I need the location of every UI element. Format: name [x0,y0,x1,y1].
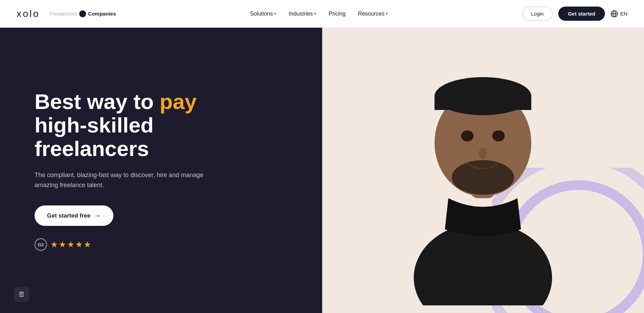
nav-resources[interactable]: Resources ▾ [358,11,388,17]
svg-point-10 [452,160,514,195]
svg-point-13 [479,148,487,159]
hero-accent-word: pay [160,90,197,113]
svg-point-11 [461,130,474,141]
globe-icon [610,10,618,18]
hero-heading: Best way to pay high-skilled freelancers [35,90,270,161]
language-button[interactable]: EN [610,10,627,18]
chevron-down-icon: ▾ [274,11,276,16]
svg-rect-9 [435,96,531,110]
g2-badge: G2 [35,238,47,251]
navbar: xolo Freelancers Companies Solutions ▾ I… [0,0,644,28]
nav-left: xolo Freelancers Companies [17,8,116,19]
hero-right [322,28,644,313]
nav-center: Solutions ▾ Industries ▾ Pricing Resourc… [250,11,388,17]
toggle-companies[interactable]: Companies [88,11,116,17]
chat-bubble-button[interactable]: ☰ [14,287,29,302]
nav-pricing[interactable]: Pricing [329,11,346,17]
toggle-freelancers[interactable]: Freelancers [49,11,77,17]
get-started-button[interactable]: Get started [558,7,605,21]
hero-person-image [322,28,644,313]
chevron-down-icon: ▾ [386,11,388,16]
rating-row: G2 ★★★★★ [35,238,288,251]
arrow-right-icon: → [94,212,101,220]
star-rating: ★★★★★ [50,240,92,249]
nav-right: Login Get started EN [522,7,627,21]
nav-solutions[interactable]: Solutions ▾ [250,11,277,17]
login-button[interactable]: Login [522,7,553,21]
chevron-down-icon: ▾ [314,11,316,16]
logo[interactable]: xolo [17,8,40,19]
person-svg [403,36,562,305]
mode-toggle[interactable]: Freelancers Companies [49,10,116,17]
hero-cta-button[interactable]: Get started free → [35,205,113,226]
nav-industries[interactable]: Industries ▾ [289,11,316,17]
hero-section: Best way to pay high-skilled freelancers… [0,28,644,313]
hero-left: Best way to pay high-skilled freelancers… [0,28,322,313]
hero-subtext: The compliant, blazing-fast way to disco… [35,170,221,190]
svg-point-12 [492,130,505,141]
toggle-dot[interactable] [79,10,86,17]
chat-icon: ☰ [19,291,24,298]
